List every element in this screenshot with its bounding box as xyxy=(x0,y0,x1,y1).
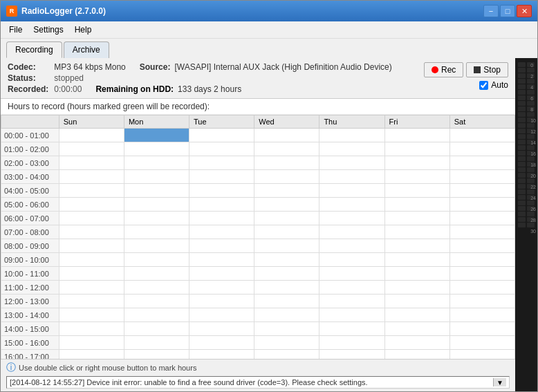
day-cell[interactable] xyxy=(189,295,254,308)
day-cell[interactable] xyxy=(59,129,124,142)
day-cell[interactable] xyxy=(384,129,449,142)
day-cell[interactable] xyxy=(384,267,449,281)
day-cell[interactable] xyxy=(319,225,384,239)
day-cell[interactable] xyxy=(319,253,384,267)
day-cell[interactable] xyxy=(189,225,254,239)
day-cell[interactable] xyxy=(449,295,514,308)
day-cell[interactable] xyxy=(449,184,514,198)
day-cell[interactable] xyxy=(254,225,319,239)
rec-button[interactable]: Rec xyxy=(424,62,463,77)
day-cell[interactable] xyxy=(124,239,189,253)
day-cell[interactable] xyxy=(59,212,124,225)
day-cell[interactable] xyxy=(384,184,449,198)
day-cell[interactable] xyxy=(384,170,449,184)
auto-checkbox-input[interactable] xyxy=(479,81,488,90)
day-cell[interactable] xyxy=(59,225,124,239)
day-cell[interactable] xyxy=(59,170,124,184)
day-cell[interactable] xyxy=(319,336,384,350)
day-cell[interactable] xyxy=(319,142,384,156)
day-cell[interactable] xyxy=(449,253,514,267)
day-cell[interactable] xyxy=(124,322,189,336)
stop-button[interactable]: Stop xyxy=(466,62,508,77)
day-cell[interactable] xyxy=(319,170,384,184)
log-dropdown-button[interactable]: ▼ xyxy=(493,378,506,386)
day-cell[interactable] xyxy=(59,322,124,336)
day-cell[interactable] xyxy=(189,336,254,350)
day-cell[interactable] xyxy=(449,212,514,225)
day-cell[interactable] xyxy=(449,308,514,322)
day-cell[interactable] xyxy=(449,225,514,239)
day-cell[interactable] xyxy=(319,350,384,360)
day-cell[interactable] xyxy=(319,198,384,212)
day-cell[interactable] xyxy=(124,225,189,239)
day-cell[interactable] xyxy=(449,239,514,253)
day-cell[interactable] xyxy=(319,267,384,281)
day-cell[interactable] xyxy=(124,267,189,281)
minimize-button[interactable]: − xyxy=(483,5,499,17)
day-cell[interactable] xyxy=(189,322,254,336)
day-cell[interactable] xyxy=(189,239,254,253)
day-cell[interactable] xyxy=(384,350,449,360)
day-cell[interactable] xyxy=(189,142,254,156)
day-cell[interactable] xyxy=(254,156,319,170)
auto-checkbox-container[interactable]: Auto xyxy=(479,80,508,90)
day-cell[interactable] xyxy=(449,156,514,170)
day-cell[interactable] xyxy=(254,267,319,281)
maximize-button[interactable]: □ xyxy=(500,5,515,17)
day-cell[interactable] xyxy=(254,170,319,184)
day-cell[interactable] xyxy=(319,129,384,142)
day-cell[interactable] xyxy=(124,281,189,295)
day-cell[interactable] xyxy=(384,225,449,239)
tab-archive[interactable]: Archive xyxy=(64,41,109,58)
day-cell[interactable] xyxy=(254,184,319,198)
day-cell[interactable] xyxy=(384,239,449,253)
tab-recording[interactable]: Recording xyxy=(6,41,62,58)
day-cell[interactable] xyxy=(59,295,124,308)
day-cell[interactable] xyxy=(384,295,449,308)
day-cell[interactable] xyxy=(254,336,319,350)
day-cell[interactable] xyxy=(384,322,449,336)
day-cell[interactable] xyxy=(124,295,189,308)
day-cell[interactable] xyxy=(449,267,514,281)
day-cell[interactable] xyxy=(384,198,449,212)
day-cell[interactable] xyxy=(319,184,384,198)
day-cell[interactable] xyxy=(59,350,124,360)
day-cell[interactable] xyxy=(59,308,124,322)
day-cell[interactable] xyxy=(254,253,319,267)
day-cell[interactable] xyxy=(319,308,384,322)
day-cell[interactable] xyxy=(59,184,124,198)
day-cell[interactable] xyxy=(254,198,319,212)
day-cell[interactable] xyxy=(59,267,124,281)
day-cell[interactable] xyxy=(449,198,514,212)
day-cell[interactable] xyxy=(59,281,124,295)
day-cell[interactable] xyxy=(449,336,514,350)
day-cell[interactable] xyxy=(189,212,254,225)
day-cell[interactable] xyxy=(449,281,514,295)
day-cell[interactable] xyxy=(124,184,189,198)
day-cell[interactable] xyxy=(449,129,514,142)
day-cell[interactable] xyxy=(189,198,254,212)
day-cell[interactable] xyxy=(384,281,449,295)
day-cell[interactable] xyxy=(59,239,124,253)
day-cell[interactable] xyxy=(384,336,449,350)
day-cell[interactable] xyxy=(189,350,254,360)
day-cell[interactable] xyxy=(384,142,449,156)
day-cell[interactable] xyxy=(124,198,189,212)
day-cell[interactable] xyxy=(254,212,319,225)
day-cell[interactable] xyxy=(319,295,384,308)
close-button[interactable]: ✕ xyxy=(517,5,532,17)
day-cell[interactable] xyxy=(384,308,449,322)
day-cell[interactable] xyxy=(124,170,189,184)
day-cell[interactable] xyxy=(189,170,254,184)
day-cell[interactable] xyxy=(449,350,514,360)
menu-file[interactable]: File xyxy=(3,23,28,37)
day-cell[interactable] xyxy=(384,156,449,170)
day-cell[interactable] xyxy=(254,142,319,156)
day-cell[interactable] xyxy=(59,253,124,267)
day-cell[interactable] xyxy=(254,281,319,295)
day-cell[interactable] xyxy=(124,253,189,267)
day-cell[interactable] xyxy=(384,253,449,267)
menu-help[interactable]: Help xyxy=(69,23,98,37)
day-cell[interactable] xyxy=(384,212,449,225)
day-cell[interactable] xyxy=(124,142,189,156)
